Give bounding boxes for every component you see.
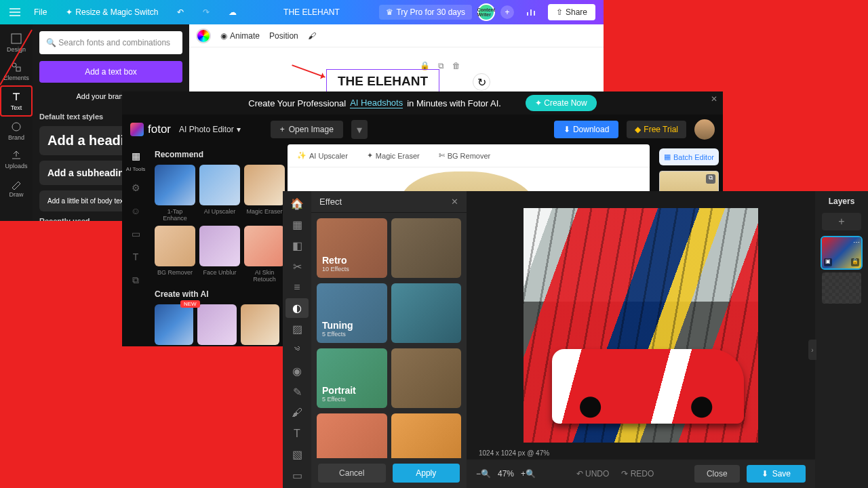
tool-thumb[interactable] <box>155 226 195 266</box>
effect-retro[interactable]: Retro10 Effects <box>317 218 387 278</box>
tool-thumb[interactable] <box>241 304 279 345</box>
analytics-icon[interactable] <box>519 5 542 20</box>
border-icon[interactable]: ▭ <box>285 466 309 485</box>
portrait-icon[interactable]: ☺ <box>128 203 143 218</box>
rail-design[interactable]: Design <box>0 28 33 57</box>
brush-icon[interactable]: 🖌 <box>285 403 309 423</box>
rail-elements[interactable]: Elements <box>0 57 33 85</box>
effect-card[interactable] <box>317 413 387 458</box>
tool-thumb[interactable] <box>197 304 236 345</box>
try-pro-button[interactable]: ♛Try Pro for 30 days <box>379 5 472 20</box>
crop-icon[interactable]: ◧ <box>285 236 309 256</box>
avatar[interactable]: Content Writer <box>477 3 495 21</box>
effect-preview[interactable] <box>391 413 462 458</box>
cancel-button[interactable]: Cancel <box>318 464 386 483</box>
tool-thumb[interactable] <box>244 226 285 266</box>
cutout-icon[interactable]: ✂ <box>285 257 309 277</box>
add-member-button[interactable]: + <box>500 5 514 19</box>
text-icon[interactable]: T <box>128 249 143 264</box>
redo-icon[interactable]: ↷ <box>196 5 216 20</box>
tab-bg-remover[interactable]: ✄BG Remover <box>439 151 491 160</box>
arrange-icon[interactable]: ▦ <box>285 215 309 235</box>
layer-thumb[interactable]: ⋯ ▣ 🔒 <box>822 237 861 268</box>
color-picker[interactable] <box>196 28 211 43</box>
canvas-image[interactable] <box>524 208 758 443</box>
fotor-logo[interactable]: fotor <box>130 123 171 136</box>
adjust-icon[interactable]: ≡ <box>285 277 309 297</box>
trash-icon[interactable]: 🗑 <box>452 61 460 70</box>
share-button[interactable]: ⇧Share <box>548 4 595 20</box>
lock-icon[interactable]: 🔒 <box>851 258 859 266</box>
effect-tuning[interactable]: Tuning5 Effects <box>317 283 387 343</box>
close-button[interactable]: Close <box>694 465 740 483</box>
layer-thumb-bg[interactable] <box>822 272 861 304</box>
rail-text[interactable]: Text <box>0 85 33 117</box>
redo-button[interactable]: ↷ REDO <box>621 469 654 479</box>
rail-brand[interactable]: Brand <box>0 117 33 145</box>
copy-icon[interactable]: ⧉ <box>706 174 715 184</box>
rail-uploads[interactable]: Uploads <box>0 145 33 174</box>
zoom-value[interactable]: 47% <box>498 469 514 479</box>
resize-button[interactable]: ✦Resize & Magic Switch <box>59 5 165 20</box>
effect-preview[interactable] <box>391 348 462 408</box>
ai-tools-icon[interactable]: ▦ <box>128 148 143 163</box>
expand-panel[interactable]: › <box>808 340 816 360</box>
regenerate-button[interactable]: ↻ <box>473 73 490 91</box>
free-trial-button[interactable]: ◆Free Trial <box>627 121 686 138</box>
apply-button[interactable]: Apply <box>393 464 460 483</box>
undo-icon[interactable]: ↶ <box>170 5 191 20</box>
search-input[interactable]: 🔍 Search fonts and combinations <box>39 31 182 54</box>
filter-icon[interactable]: ▨ <box>285 319 309 339</box>
avatar[interactable] <box>694 119 715 140</box>
effect-preview[interactable] <box>391 218 462 278</box>
cloud-icon[interactable]: ☁ <box>222 5 243 20</box>
tool-thumb[interactable] <box>199 165 240 205</box>
tool-thumb[interactable] <box>199 226 240 266</box>
draw-icon[interactable]: ✎ <box>285 382 309 402</box>
home-icon[interactable]: 🏠 <box>285 194 309 214</box>
create-now-button[interactable]: ✦ Create Now <box>526 95 597 111</box>
pattern-icon[interactable]: ▧ <box>285 445 309 464</box>
tool-tabs: ✨AI Upscaler ✦Magic Eraser ✄BG Remover <box>288 144 650 167</box>
hamburger-icon[interactable] <box>5 3 24 22</box>
save-button[interactable]: ⬇Save <box>747 465 806 483</box>
file-menu[interactable]: File <box>27 5 54 20</box>
frame-icon[interactable]: ▭ <box>128 226 143 241</box>
open-image-button[interactable]: +Open Image <box>271 121 343 138</box>
tool-thumb[interactable] <box>155 304 193 345</box>
tool-thumb[interactable] <box>244 165 285 205</box>
layer-menu-icon[interactable]: ⋯ <box>853 239 860 246</box>
effect-preview[interactable] <box>391 283 462 343</box>
format-painter-icon[interactable]: 🖌 <box>308 31 316 41</box>
rail-label: Design <box>7 46 26 53</box>
zoom-in-icon[interactable]: +🔍 <box>521 469 536 479</box>
batch-editor-button[interactable]: ▦Batch Editor <box>659 148 719 165</box>
tool-thumb[interactable] <box>155 165 195 205</box>
position-button[interactable]: Position <box>269 31 298 41</box>
download-button[interactable]: ⬇Download <box>554 121 618 138</box>
effect-portrait[interactable]: Portrait5 Effects <box>317 348 387 408</box>
close-icon[interactable]: ✕ <box>451 197 458 207</box>
undo-button[interactable]: ↶ UNDO <box>576 469 610 479</box>
add-layer-button[interactable]: + <box>822 213 861 230</box>
add-text-box-button[interactable]: Add a text box <box>39 61 182 83</box>
open-dropdown[interactable]: ▾ <box>351 120 368 139</box>
effect-icon[interactable]: ◐ <box>285 298 309 318</box>
section-create-ai: Create with AI <box>155 289 279 299</box>
retouch-icon[interactable]: ◉ <box>285 361 309 381</box>
crop-icon[interactable]: ⧉ <box>128 272 143 287</box>
text-icon[interactable]: T <box>285 424 309 443</box>
zoom-out-icon[interactable]: −🔍 <box>476 469 491 479</box>
tab-eraser[interactable]: ✦Magic Eraser <box>367 151 420 160</box>
animate-button[interactable]: ◉Animate <box>220 31 260 41</box>
close-banner-icon[interactable]: ✕ <box>711 94 717 104</box>
selected-text-element[interactable]: THE ELEHANT <box>326 69 439 94</box>
liquify-icon[interactable]: ༄ <box>285 340 309 360</box>
adjust-icon[interactable]: ⚙ <box>128 180 143 195</box>
rail-draw[interactable]: Draw <box>0 174 33 202</box>
resize-label: Resize & Magic Switch <box>75 7 158 17</box>
pixlr-canvas[interactable]: 1024 x 1024 px @ 47% <box>467 191 815 460</box>
document-title[interactable]: THE ELEHANT <box>283 7 340 17</box>
tab-upscaler[interactable]: ✨AI Upscaler <box>297 151 348 160</box>
mode-selector[interactable]: AI Photo Editor▾ <box>179 125 241 134</box>
